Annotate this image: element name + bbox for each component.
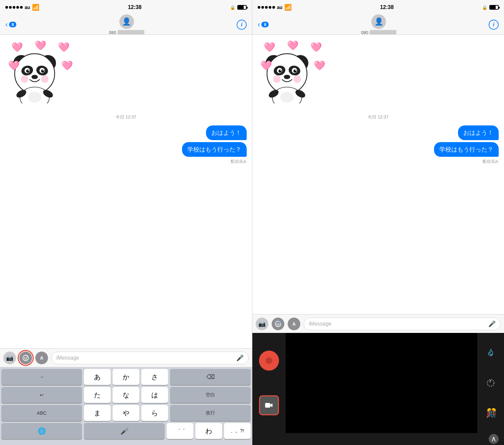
carrier-right: au bbox=[277, 5, 282, 10]
key-sa[interactable]: さ bbox=[141, 369, 168, 385]
svg-point-37 bbox=[280, 92, 294, 102]
svg-point-30 bbox=[295, 70, 296, 71]
input-field[interactable]: iMessage 🎤 bbox=[51, 352, 249, 364]
key-enter[interactable]: 改行 bbox=[170, 405, 251, 421]
phone-label: 080 bbox=[109, 30, 116, 35]
phone-blur-right bbox=[370, 30, 396, 35]
svg-rect-40 bbox=[265, 403, 270, 408]
heart-2: 🩷 bbox=[35, 40, 46, 51]
bubble-2-right: 学校はもう行った？ bbox=[434, 142, 499, 157]
camera-button-right[interactable]: 📷 bbox=[256, 318, 268, 330]
key-ma[interactable]: ま bbox=[84, 405, 111, 421]
message-area-right: 🩷 🩷 🩷 🩷 🩷 bbox=[252, 35, 504, 314]
camera-button[interactable]: 📷 bbox=[3, 352, 16, 364]
input-placeholder-right: iMessage bbox=[309, 321, 486, 327]
key-backspace[interactable]: ⌫ bbox=[170, 369, 251, 385]
panda-sticker: 🩷 🩷 🩷 🩷 🩷 bbox=[8, 40, 75, 107]
status-left: au 📶 bbox=[5, 4, 39, 11]
status-left-right: au 📶 bbox=[258, 4, 292, 11]
wifi-icon: 📶 bbox=[32, 4, 39, 11]
key-mic[interactable]: 🎤 bbox=[84, 423, 165, 439]
svg-point-33 bbox=[293, 75, 301, 83]
record-button[interactable] bbox=[259, 351, 279, 371]
effect-touch-icon[interactable] bbox=[482, 345, 499, 362]
svg-point-39 bbox=[278, 323, 279, 324]
key-punct[interactable]: 、。?! bbox=[224, 423, 251, 439]
panda-image bbox=[8, 47, 61, 103]
back-button[interactable]: ‹ 8 bbox=[5, 20, 16, 29]
key-arrow[interactable]: → bbox=[1, 369, 82, 385]
panda-sticker-right: 🩷 🩷 🩷 🩷 🩷 bbox=[260, 40, 327, 107]
info-button-right[interactable]: i bbox=[489, 20, 499, 30]
keyboard-row-4: 🌐 🎤 ゛゜ わ 、。?! bbox=[1, 423, 251, 439]
svg-point-10 bbox=[43, 70, 44, 71]
input-field-right[interactable]: iMessage 🎤 bbox=[304, 318, 501, 330]
collapse-bar: ∧ bbox=[252, 433, 504, 445]
sticker-button-right[interactable] bbox=[272, 318, 284, 330]
key-na[interactable]: な bbox=[113, 387, 139, 403]
app-store-button-right[interactable]: A bbox=[288, 318, 300, 330]
back-arrow-icon: ‹ bbox=[5, 20, 8, 29]
bubble-1-right: おはよう！ bbox=[458, 125, 499, 140]
key-ka[interactable]: か bbox=[113, 369, 139, 385]
timestamp-left: 今日 12:37 bbox=[5, 114, 247, 120]
svg-point-17 bbox=[28, 92, 41, 102]
status-right: 🔒 bbox=[230, 5, 247, 10]
record-dot bbox=[266, 357, 272, 364]
svg-point-7 bbox=[26, 69, 29, 73]
nav-center-right: 👤 080 bbox=[361, 14, 396, 35]
heart-5: 🩷 bbox=[61, 60, 73, 71]
keyboard-row-3: ABC ま や ら 改行 bbox=[1, 405, 251, 421]
signal-dots-right bbox=[258, 6, 275, 9]
svg-point-29 bbox=[280, 70, 281, 71]
effect-dots-icon[interactable] bbox=[482, 375, 499, 391]
svg-point-27 bbox=[278, 69, 282, 73]
nav-bar-right: ‹ 8 👤 080 i bbox=[252, 15, 504, 35]
heart-r5: 🩷 bbox=[314, 60, 325, 71]
input-bar-left: 📷 A iMessage 🎤 bbox=[0, 348, 252, 367]
svg-point-28 bbox=[293, 69, 297, 73]
key-a[interactable]: あ bbox=[84, 369, 111, 385]
key-ra[interactable]: ら bbox=[141, 405, 168, 421]
mic-icon: 🎤 bbox=[236, 354, 244, 362]
key-globe[interactable]: 🌐 bbox=[1, 423, 82, 439]
key-dakuten[interactable]: ゛゜ bbox=[167, 423, 193, 439]
collapse-button[interactable]: ∧ bbox=[489, 434, 499, 444]
phone-row-right: 080 bbox=[361, 30, 396, 35]
info-button[interactable]: i bbox=[237, 20, 247, 30]
heart-r3: 🩷 bbox=[310, 42, 322, 53]
heart-1: 🩷 bbox=[11, 42, 23, 53]
video-mode-button[interactable] bbox=[259, 395, 279, 415]
svg-point-8 bbox=[41, 69, 44, 73]
phone-label-right: 080 bbox=[361, 30, 368, 35]
keyboard: → あ か さ ⌫ ↩ た な は 空白 ABC ま や ら 改行 🌐 🎤 ゛゜… bbox=[0, 367, 252, 445]
input-placeholder: iMessage bbox=[56, 355, 234, 361]
back-button-right[interactable]: ‹ 8 bbox=[258, 20, 269, 29]
signal-dots bbox=[5, 6, 23, 9]
back-badge-right: 8 bbox=[261, 22, 269, 27]
back-badge: 8 bbox=[9, 22, 16, 27]
lock-icon-right: 🔒 bbox=[482, 5, 487, 10]
video-preview bbox=[286, 333, 477, 433]
status-bar-right: au 📶 12:38 🔒 bbox=[252, 0, 504, 15]
key-undo[interactable]: ↩ bbox=[1, 387, 82, 403]
video-panel: 🎊 bbox=[252, 333, 504, 433]
key-ta[interactable]: た bbox=[84, 387, 111, 403]
svg-point-12 bbox=[21, 75, 28, 83]
sticker-button[interactable] bbox=[19, 352, 32, 364]
timestamp-right: 今日 12:37 bbox=[258, 114, 499, 120]
key-abc[interactable]: ABC bbox=[1, 405, 82, 421]
key-ha[interactable]: は bbox=[141, 387, 168, 403]
sticker-area: 🩷 🩷 🩷 🩷 🩷 bbox=[5, 40, 247, 107]
key-ya[interactable]: や bbox=[113, 405, 139, 421]
app-store-button[interactable]: A bbox=[35, 352, 48, 364]
heart-r4: 🩷 bbox=[260, 60, 272, 71]
input-bar-right: 📷 A iMessage 🎤 bbox=[252, 314, 504, 333]
time-right: 12:38 bbox=[380, 4, 394, 10]
effect-party-icon[interactable]: 🎊 bbox=[482, 404, 499, 421]
key-space[interactable]: 空白 bbox=[170, 387, 251, 403]
key-wa[interactable]: わ bbox=[195, 423, 222, 439]
status-right-r: 🔒 bbox=[482, 5, 499, 10]
video-controls bbox=[252, 333, 286, 433]
back-arrow-right: ‹ bbox=[258, 20, 260, 29]
